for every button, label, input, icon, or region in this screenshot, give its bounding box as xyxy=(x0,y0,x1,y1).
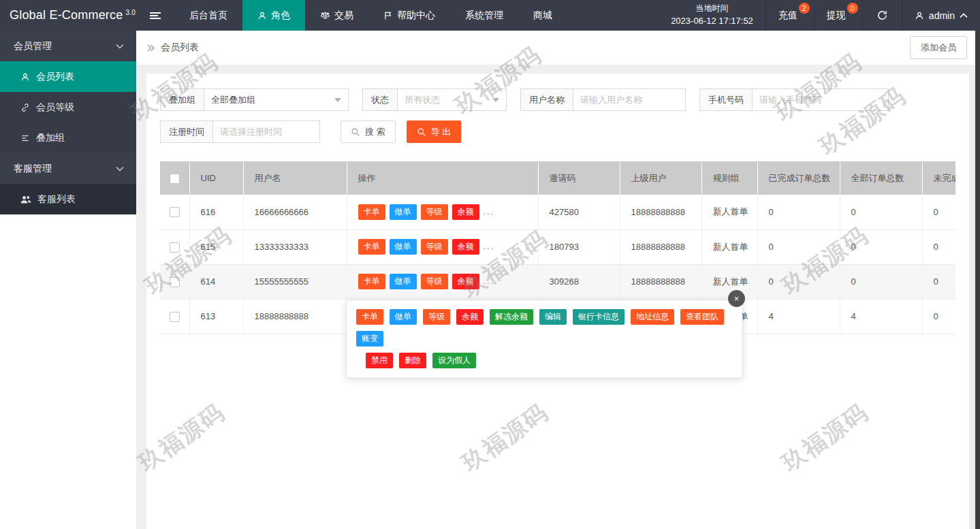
popup-actions-row-2: 禁用 删除 设为假人 xyxy=(356,353,733,368)
phone-input[interactable] xyxy=(753,89,889,111)
sidebar: 会员管理 会员列表 会员等级 叠加组 xyxy=(0,31,136,529)
level-button[interactable]: 等级 xyxy=(423,309,450,325)
sidebar-item-member-level[interactable]: 会员等级 xyxy=(0,92,136,123)
username-input[interactable] xyxy=(573,89,686,111)
reg-time-filter: 注册时间 xyxy=(160,121,320,143)
cell-uid: 613 xyxy=(189,299,243,334)
sidebar-item-service-list[interactable]: 客服列表 xyxy=(0,184,136,214)
address-info-button[interactable]: 地址信息 xyxy=(631,309,674,325)
card-order-button[interactable]: 卡单 xyxy=(358,204,385,220)
sidebar-group-service-management[interactable]: 客服管理 xyxy=(0,153,136,184)
do-order-button[interactable]: 做单 xyxy=(390,239,417,255)
balance-button[interactable]: 余额 xyxy=(452,204,479,220)
balance-button[interactable]: 余额 xyxy=(452,274,479,289)
nav-item-help-center[interactable]: 帮助中心 xyxy=(368,0,450,31)
work-area: 叠加组 全部叠加组 状态 所有状态 xyxy=(136,65,980,529)
row-checkbox[interactable] xyxy=(170,242,180,253)
nav-item-trade[interactable]: 交易 xyxy=(305,0,368,31)
card-order-button[interactable]: 卡单 xyxy=(358,239,385,255)
local-time-label: 当地时间 xyxy=(696,3,729,14)
card-order-button[interactable]: 卡单 xyxy=(358,274,385,289)
add-member-button[interactable]: 添加会员 xyxy=(910,36,967,59)
stack-group-label: 叠加组 xyxy=(160,89,204,111)
recharge-label: 充值 xyxy=(778,10,797,22)
edit-button[interactable]: 编辑 xyxy=(539,309,567,325)
more-actions-button[interactable]: ... xyxy=(484,241,495,251)
level-button[interactable]: 等级 xyxy=(421,274,448,289)
cell-uid: 615 xyxy=(189,229,243,264)
row-checkbox[interactable] xyxy=(170,312,180,322)
search-button[interactable]: 搜 索 xyxy=(341,121,396,143)
admin-menu[interactable]: admin xyxy=(902,0,980,31)
popup-close-button[interactable]: × xyxy=(728,290,745,307)
sidebar-group-member-management[interactable]: 会员管理 xyxy=(0,31,136,61)
cell-completed-orders: 4 xyxy=(757,299,840,334)
nav-item-roles[interactable]: 角色 xyxy=(242,0,305,31)
cell-uncompleted-orders: 0 xyxy=(922,299,955,334)
column-header-parent-user: 上级用户 xyxy=(620,161,701,195)
cell-completed-orders: 0 xyxy=(757,195,840,229)
row-checkbox[interactable] xyxy=(170,277,180,287)
cell-actions: 卡单做单等级余额... xyxy=(347,264,538,299)
export-button[interactable]: 导 出 xyxy=(407,121,462,143)
nav-item-mall[interactable]: 商城 xyxy=(518,0,567,31)
disable-button[interactable]: 禁用 xyxy=(366,353,393,368)
status-select[interactable]: 所有状态 xyxy=(398,89,507,111)
sidebar-item-member-list[interactable]: 会员列表 xyxy=(0,61,136,92)
unfreeze-balance-button[interactable]: 解冻余额 xyxy=(490,309,533,325)
close-icon: × xyxy=(734,293,740,304)
withdraw-label: 提现 xyxy=(827,10,846,22)
table-row: 614 15555555555 卡单做单等级余额... 309268 18888… xyxy=(160,264,955,299)
level-button[interactable]: 等级 xyxy=(421,204,448,220)
cell-total-orders: 0 xyxy=(840,264,922,299)
set-fake-user-button[interactable]: 设为假人 xyxy=(432,353,476,368)
filter-row-1: 叠加组 全部叠加组 状态 所有状态 xyxy=(160,89,955,111)
balance-button[interactable]: 余额 xyxy=(456,309,484,325)
breadcrumb[interactable]: 会员列表 xyxy=(146,42,199,54)
sidebar-toggle-button[interactable] xyxy=(136,0,174,31)
more-actions-button[interactable]: ... xyxy=(484,206,495,217)
column-header-uncompleted-orders: 未完成订单总数 xyxy=(922,161,955,195)
card-order-button[interactable]: 卡单 xyxy=(356,309,383,325)
breadcrumb-bar: 会员列表 添加会员 xyxy=(136,31,980,65)
sidebar-group-label: 客服管理 xyxy=(14,163,52,175)
cell-parent-user: 18888888888 xyxy=(620,264,701,299)
vertical-scrollbar[interactable] xyxy=(975,31,980,529)
table-row: 616 16666666666 卡单做单等级余额... 427580 18888… xyxy=(160,195,955,229)
search-icon xyxy=(351,127,360,137)
withdraw-button[interactable]: 提现 0 xyxy=(814,0,862,31)
nav-item-dashboard[interactable]: 后台首页 xyxy=(174,0,242,31)
view-team-button[interactable]: 查看团队 xyxy=(680,309,724,325)
cell-completed-orders: 0 xyxy=(757,229,840,264)
column-header-rule-group: 规则组 xyxy=(701,161,757,195)
balance-button[interactable]: 余额 xyxy=(452,239,479,255)
cell-username: 18888888888 xyxy=(243,299,347,334)
chevron-down-icon xyxy=(116,44,124,49)
cell-rule-group: 新人首单 xyxy=(701,229,757,264)
column-header-actions: 操作 xyxy=(347,161,538,195)
nav-item-label: 帮助中心 xyxy=(397,10,435,22)
delete-button[interactable]: 删除 xyxy=(399,353,426,368)
level-button[interactable]: 等级 xyxy=(421,239,448,255)
more-actions-button[interactable]: ... xyxy=(484,276,495,286)
list-icon xyxy=(20,133,30,143)
cell-uid: 616 xyxy=(189,195,243,229)
nav-item-system[interactable]: 系统管理 xyxy=(450,0,518,31)
recharge-button[interactable]: 充值 2 xyxy=(765,0,814,31)
account-change-button[interactable]: 账变 xyxy=(356,331,383,347)
sidebar-item-stack-group[interactable]: 叠加组 xyxy=(0,123,136,153)
do-order-button[interactable]: 做单 xyxy=(390,309,417,325)
do-order-button[interactable]: 做单 xyxy=(390,274,417,289)
local-time: 当地时间 2023-06-12 17:17:52 xyxy=(659,0,765,31)
users-icon xyxy=(20,195,31,204)
cell-uid: 614 xyxy=(189,264,243,299)
select-all-checkbox[interactable] xyxy=(170,174,180,184)
row-checkbox[interactable] xyxy=(170,207,180,217)
navbar-right: 当地时间 2023-06-12 17:17:52 充值 2 提现 0 adm xyxy=(659,0,980,31)
stack-group-select[interactable]: 全部叠加组 xyxy=(204,89,349,111)
refresh-button[interactable] xyxy=(862,0,902,31)
reg-time-input[interactable] xyxy=(213,121,320,143)
do-order-button[interactable]: 做单 xyxy=(390,204,417,220)
filter-row-2: 注册时间 搜 索 导 xyxy=(160,121,955,143)
bank-card-info-button[interactable]: 银行卡信息 xyxy=(573,309,625,325)
